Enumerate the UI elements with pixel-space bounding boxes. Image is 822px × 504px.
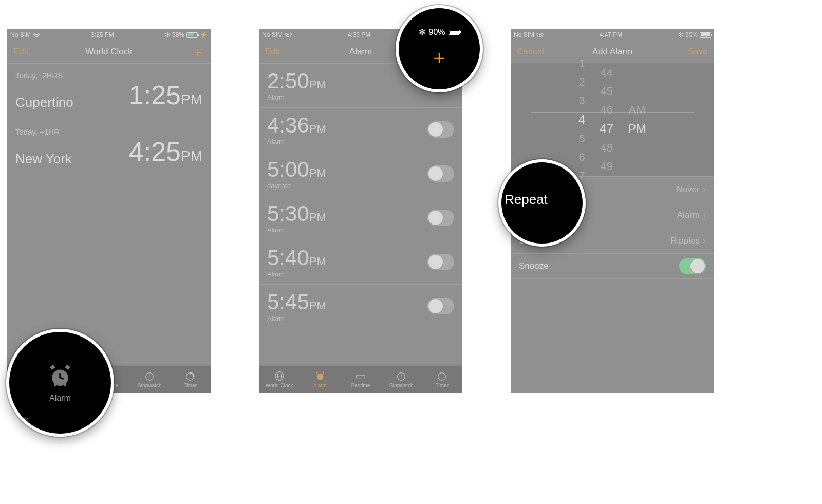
bluetooth-icon: ✻ — [165, 31, 170, 39]
timer-icon — [184, 370, 196, 382]
add-button[interactable]: ＋ — [163, 43, 204, 61]
carrier-text: No SIM — [514, 31, 534, 39]
tab-timer[interactable]: Timer — [170, 366, 211, 393]
ampm: PM — [309, 166, 326, 179]
setting-value: Ripples — [670, 236, 700, 246]
battery-percent: 58% — [172, 31, 184, 39]
partial-text-left: ock — [18, 416, 28, 423]
alarm-row[interactable]: 5:45PMAlarm — [259, 284, 462, 328]
chevron-right-icon: › — [703, 235, 706, 246]
status-bar: No SIM 3:25 PM ✻ 58% ⚡ — [7, 29, 211, 41]
tab-label: Alarm — [49, 394, 71, 403]
divider — [505, 214, 583, 214]
chevron-right-icon: › — [703, 210, 706, 220]
alarm-label: Alarm — [267, 138, 326, 145]
edit-button[interactable]: Edit — [13, 47, 54, 57]
alarm-toggle[interactable] — [427, 298, 454, 314]
svg-line-16 — [316, 372, 317, 373]
partial-text-right: B — [98, 416, 102, 423]
setting-value: Alarm — [677, 210, 700, 220]
carrier-text: No SIM — [10, 31, 31, 39]
timer-icon — [436, 370, 448, 382]
tab-stopwatch[interactable]: Stopwatch — [129, 366, 170, 393]
alarm-toggle[interactable] — [427, 121, 454, 138]
callout-add-button: ✻ 90% ＋ — [396, 5, 483, 92]
picker-ampm[interactable]: AMPM — [628, 103, 646, 136]
world-clock-row[interactable]: Today, +1HR New York 4:25PM — [7, 120, 211, 176]
carrier-text: No SIM — [262, 31, 283, 39]
alarm-label: Alarm — [267, 270, 326, 278]
tab-world-clock[interactable]: World Clock — [259, 366, 300, 393]
battery-icon — [700, 32, 711, 38]
edit-button[interactable]: Edit — [265, 47, 306, 57]
tab-bar: World Clock Alarm Bedtime Stopwatch Time… — [259, 365, 462, 393]
battery-icon — [186, 32, 198, 38]
alarm-time: 2:50 — [267, 69, 309, 93]
setting-snooze[interactable]: Snooze — [511, 253, 714, 279]
tab-alarm[interactable]: Alarm — [300, 366, 340, 393]
alarm-toggle[interactable] — [427, 210, 454, 226]
globe-icon — [273, 370, 286, 382]
time-value: 4:25 — [129, 137, 181, 166]
plus-icon[interactable]: ＋ — [429, 44, 449, 70]
offset-label: Today, +1HR — [15, 127, 202, 136]
stopwatch-icon — [395, 370, 407, 382]
charging-icon: ⚡ — [200, 31, 208, 39]
page-title: Add Alarm — [558, 47, 667, 57]
ampm: PM — [309, 211, 326, 223]
snooze-toggle[interactable] — [679, 258, 706, 274]
status-time: 4:47 PM — [544, 31, 678, 39]
ampm: PM — [309, 78, 326, 91]
setting-value: Never — [677, 184, 700, 195]
callout-repeat-row: Repeat — [498, 159, 586, 247]
alarm-toggle[interactable] — [427, 165, 454, 182]
alarm-time: 5:00 — [267, 157, 309, 181]
picker-hours[interactable]: 1234567 — [578, 57, 585, 182]
city-name: New York — [15, 151, 72, 167]
repeat-label[interactable]: Repeat — [505, 192, 548, 208]
chevron-right-icon: › — [703, 184, 706, 195]
callout-alarm-tab: Alarm ock B — [6, 329, 114, 437]
offset-label: Today, -2HRS — [15, 71, 202, 80]
battery-icon — [449, 30, 460, 35]
svg-point-21 — [438, 373, 446, 381]
svg-line-23 — [51, 366, 54, 369]
world-clock-row[interactable]: Today, -2HRS Cupertino 1:25PM — [7, 63, 211, 120]
svg-line-24 — [66, 366, 69, 369]
bed-icon — [354, 370, 367, 382]
city-name: Cupertino — [15, 95, 73, 110]
cancel-button[interactable]: Cancel — [517, 47, 558, 57]
stopwatch-icon — [143, 370, 156, 382]
wifi-icon — [536, 31, 544, 39]
save-button[interactable]: Save — [667, 47, 708, 57]
tab-timer[interactable]: Timer — [422, 366, 462, 393]
alarm-clock-icon — [314, 370, 326, 382]
tab-stopwatch[interactable]: Stopwatch — [381, 366, 422, 393]
alarm-list[interactable]: 2:50PMAlarm4:36PMAlarm5:00PMdaycare5:30P… — [259, 63, 462, 365]
alarm-row[interactable]: 4:36PMAlarm — [259, 107, 462, 152]
alarm-time: 5:45 — [267, 290, 309, 314]
alarm-label: Alarm — [267, 314, 326, 322]
alarm-clock-icon — [46, 363, 74, 390]
status-time: 3:25 PM — [40, 31, 165, 39]
ampm: PM — [181, 91, 202, 107]
alarm-time: 5:30 — [267, 201, 309, 226]
alarm-toggle[interactable] — [427, 254, 454, 270]
alarm-row[interactable]: 5:40PMAlarm — [259, 240, 462, 284]
picker-minutes[interactable]: 444546474849 — [600, 66, 613, 173]
svg-rect-18 — [357, 375, 365, 378]
nav-bar: Cancel Add Alarm Save — [511, 41, 714, 63]
alarm-row[interactable]: 5:00PMdaycare — [259, 152, 462, 196]
alarm-time: 4:36 — [267, 113, 309, 137]
wifi-icon — [285, 31, 292, 39]
tab-bedtime[interactable]: Bedtime — [340, 366, 381, 393]
alarm-time: 5:40 — [267, 246, 309, 270]
svg-line-17 — [322, 372, 324, 373]
ampm: PM — [309, 299, 326, 312]
battery-percent: 90% — [428, 28, 445, 37]
bluetooth-icon: ✻ — [419, 27, 425, 37]
alarm-label: Alarm — [267, 94, 326, 101]
status-bar: No SIM 4:47 PM ✻ 90% — [511, 29, 714, 41]
setting-key: Snooze — [519, 261, 549, 271]
alarm-row[interactable]: 5:30PMAlarm — [259, 196, 462, 240]
